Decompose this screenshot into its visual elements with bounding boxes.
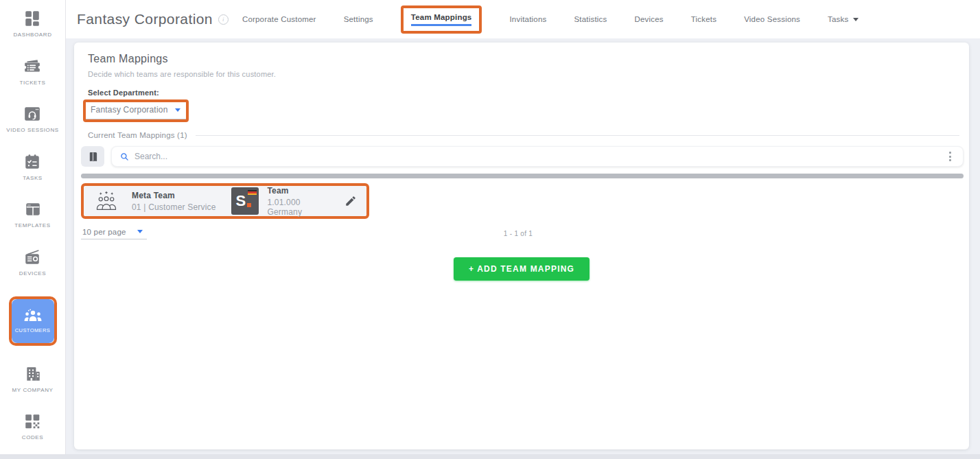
devices-icon xyxy=(23,248,41,266)
sidebar-item-label: MY COMPANY xyxy=(12,387,54,394)
customers-icon xyxy=(23,308,43,324)
per-page-value: 10 per page xyxy=(82,228,126,236)
sidebar-item-label: TEMPLATES xyxy=(14,222,50,229)
annotation-box-mapping-row: Meta Team 01 | Customer Service S Team 1… xyxy=(81,183,369,219)
per-page-select[interactable]: 10 per page xyxy=(81,228,147,239)
edit-pencil-icon xyxy=(345,195,357,207)
german-flag-icon xyxy=(248,190,257,195)
video-sessions-icon xyxy=(23,105,41,123)
pagination-range: 1 - 1 of 1 xyxy=(504,230,533,237)
edit-mapping-button[interactable] xyxy=(345,195,357,207)
add-team-mapping-button[interactable]: + ADD TEAM MAPPING xyxy=(454,257,590,281)
meta-team-info: Meta Team 01 | Customer Service xyxy=(132,191,223,212)
chevron-down-icon xyxy=(853,18,859,21)
panel-title: Team Mappings xyxy=(88,53,969,65)
sidebar-item-video-sessions[interactable]: VIDEO SESSIONS xyxy=(6,105,58,134)
search-icon xyxy=(120,152,129,161)
tab-tasks-label: Tasks xyxy=(828,15,848,23)
sidebar-item-tickets[interactable]: TICKETS xyxy=(20,58,46,86)
sidebar-item-label: CODES xyxy=(22,434,43,441)
sidebar-item-templates[interactable]: TEMPLATES xyxy=(14,200,50,229)
sidebar-item-label: CUSTOMERS xyxy=(15,327,50,333)
tab-settings[interactable]: Settings xyxy=(344,15,373,23)
sidebar-item-label: DEVICES xyxy=(19,270,46,277)
sidebar-item-label: TASKS xyxy=(23,175,43,182)
pagination-bar: 10 per page 1 - 1 of 1 xyxy=(81,226,955,241)
panel-subtitle: Decide which teams are responsible for t… xyxy=(88,70,969,78)
dropdown-caret-icon xyxy=(137,230,143,233)
section-divider xyxy=(196,135,959,136)
tab-tickets[interactable]: Tickets xyxy=(691,15,716,23)
meta-team-label: Meta Team xyxy=(132,191,223,200)
sidebar-item-devices[interactable]: DEVICES xyxy=(19,248,46,277)
horizontal-scrollbar[interactable] xyxy=(81,174,964,178)
team-label: Team xyxy=(267,186,336,196)
tab-invitations[interactable]: Invitations xyxy=(509,15,546,23)
sidebar-item-my-company[interactable]: MY COMPANY xyxy=(12,365,54,394)
meta-team-value: 01 | Customer Service xyxy=(132,202,223,212)
select-department-label: Select Department: xyxy=(88,89,969,97)
sidebar-item-customers[interactable]: CUSTOMERS xyxy=(12,299,54,343)
team-logo-letter: S xyxy=(235,192,246,210)
search-bar xyxy=(111,146,964,167)
team-info: Team 1.01.000 Germany xyxy=(267,186,336,217)
sidebar-item-label: DASHBOARD xyxy=(13,32,51,38)
tab-team-mappings[interactable]: Team Mappings xyxy=(411,13,472,26)
team-mappings-panel: Team Mappings Decide which teams are res… xyxy=(74,43,969,449)
sidebar-item-dashboard[interactable]: DASHBOARD xyxy=(13,10,51,38)
search-input[interactable] xyxy=(135,152,942,161)
section-label: Current Team Mappings (1) xyxy=(88,131,187,139)
kebab-menu-icon[interactable] xyxy=(942,148,957,165)
templates-icon xyxy=(24,200,42,218)
page-title: Fantasy Corporation xyxy=(77,11,213,27)
team-value: 1.01.000 Germany xyxy=(267,198,336,217)
tab-devices[interactable]: Devices xyxy=(634,15,663,23)
team-mapping-row[interactable]: Meta Team 01 | Customer Service S Team 1… xyxy=(84,186,366,216)
section-header: Current Team Mappings (1) xyxy=(88,131,959,139)
sidebar: DASHBOARD TICKETS VIDEO SESSIONS TASKS T… xyxy=(0,0,66,454)
mappings-toolbar xyxy=(81,146,964,167)
tab-corporate-customer[interactable]: Corporate Customer xyxy=(242,15,316,23)
tickets-icon xyxy=(23,58,41,75)
tasks-icon xyxy=(23,153,41,171)
annotation-box-customers: CUSTOMERS xyxy=(9,296,57,346)
annotation-box-department-select: Fantasy Corporation xyxy=(83,99,189,122)
info-icon[interactable]: i xyxy=(218,14,229,25)
address-book-button[interactable] xyxy=(81,146,104,167)
annotation-box-team-mappings-tab: Team Mappings xyxy=(401,5,482,34)
meta-team-icon xyxy=(93,191,119,212)
tab-statistics[interactable]: Statistics xyxy=(574,15,607,23)
dashboard-icon xyxy=(23,10,41,27)
sidebar-item-label: VIDEO SESSIONS xyxy=(6,127,58,134)
tab-video-sessions[interactable]: Video Sessions xyxy=(744,15,800,23)
codes-icon xyxy=(23,412,41,430)
my-company-icon xyxy=(24,365,42,383)
department-select-value: Fantasy Corporation xyxy=(91,105,168,115)
address-book-icon xyxy=(88,151,98,163)
tab-bar: Corporate Customer Settings Team Mapping… xyxy=(242,5,859,34)
sidebar-item-codes[interactable]: CODES xyxy=(22,412,43,441)
bottom-edge-strip xyxy=(0,454,980,459)
department-select[interactable]: Fantasy Corporation xyxy=(86,102,186,119)
team-logo: S xyxy=(231,187,259,215)
tab-tasks[interactable]: Tasks xyxy=(828,15,859,23)
sidebar-item-label: TICKETS xyxy=(20,80,46,86)
sidebar-item-tasks[interactable]: TASKS xyxy=(23,153,43,182)
dropdown-caret-icon xyxy=(175,108,180,112)
page-header: Fantasy Corporation i Corporate Customer… xyxy=(66,0,980,38)
team-logo-dot xyxy=(247,203,251,207)
